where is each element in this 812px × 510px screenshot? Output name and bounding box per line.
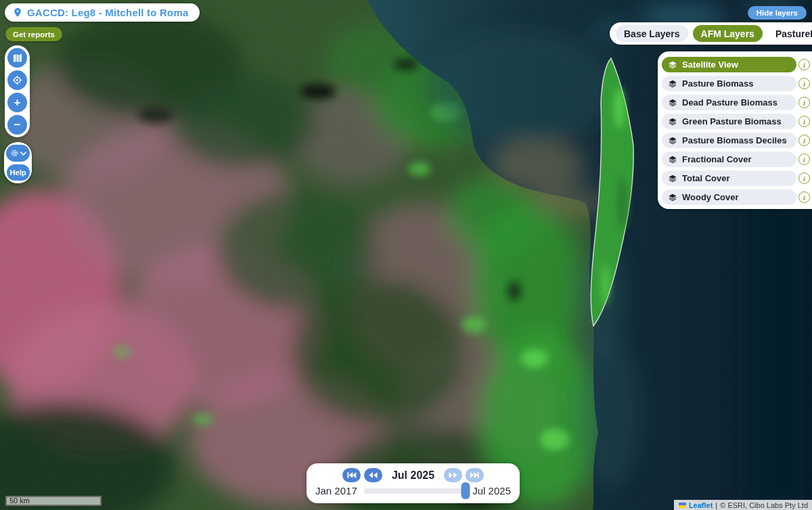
layer-label: Dead Pasture Biomass — [682, 97, 777, 108]
layers-icon — [668, 174, 677, 183]
layer-item-pasture-biomass: Pasture Biomass — [662, 76, 810, 91]
basemap-button[interactable] — [7, 48, 27, 68]
attribution-bar: Leaflet | © ESRI, Cibo Labs Pty Ltd — [674, 500, 812, 510]
settings-control-group: Help — [4, 142, 32, 183]
chevron-down-icon — [20, 152, 26, 156]
timeline-panel: Jul 2025 Jan 2017 Jul 2025 — [307, 463, 520, 503]
layer-item-pasture-biomass-deciles: Pasture Biomass Deciles — [662, 133, 810, 148]
layers-icon — [668, 79, 677, 89]
skip-to-end-button[interactable] — [466, 468, 484, 482]
info-icon[interactable] — [798, 172, 810, 184]
layer-label: Pasture Biomass — [682, 78, 754, 89]
timeline-controls: Jul 2025 — [315, 468, 511, 482]
help-button[interactable]: Help — [7, 164, 30, 181]
layer-pill[interactable]: Total Cover — [662, 170, 796, 186]
layer-item-green-pasture-biomass: Green Pasture Biomass — [662, 114, 810, 129]
locate-icon — [12, 74, 23, 86]
location-title: GACCD: Leg8 - Mitchell to Roma — [27, 7, 189, 18]
layers-list: Satellite View Pasture Biomass Dead Past… — [662, 57, 810, 205]
layer-pill[interactable]: Green Pasture Biomass — [662, 114, 796, 129]
map-control-group: + − — [5, 45, 30, 137]
layer-label: Pasture Biomass Deciles — [682, 135, 787, 145]
layers-icon — [668, 60, 677, 70]
timeline-range-start: Jan 2017 — [315, 485, 357, 496]
location-banner: GACCD: Leg8 - Mitchell to Roma — [5, 3, 200, 22]
layer-pill[interactable]: Fractional Cover — [662, 152, 796, 167]
layers-icon — [668, 193, 677, 202]
layers-icon — [668, 117, 677, 126]
timeline-slider[interactable] — [364, 482, 466, 499]
layer-item-total-cover: Total Cover — [662, 170, 810, 186]
flag-icon — [679, 503, 686, 508]
layers-panel: Satellite View Pasture Biomass Dead Past… — [658, 51, 812, 209]
info-icon[interactable] — [798, 154, 810, 165]
info-icon[interactable] — [798, 116, 810, 127]
tab-afm-layers[interactable]: AFM Layers — [693, 25, 763, 42]
layer-pill[interactable]: Woody Cover — [662, 189, 796, 205]
get-reports-button[interactable]: Get reports — [5, 27, 62, 41]
attribution-separator: | — [715, 501, 717, 509]
scale-bar: 50 km — [5, 496, 102, 506]
step-back-button[interactable] — [364, 468, 382, 482]
zoom-in-icon: + — [14, 97, 21, 108]
layer-pill[interactable]: Dead Pasture Biomass — [662, 95, 796, 110]
layer-item-woody-cover: Woody Cover — [662, 189, 810, 205]
settings-button[interactable] — [6, 145, 30, 162]
skip-to-start-icon — [346, 471, 357, 479]
layers-icon — [668, 155, 677, 164]
zoom-out-icon: − — [14, 119, 21, 131]
layer-pill[interactable]: Satellite View — [662, 57, 796, 72]
tab-pasturekey[interactable]: PastureKey — [767, 25, 812, 42]
info-icon[interactable] — [798, 191, 810, 203]
layer-label: Fractional Cover — [682, 154, 752, 164]
info-icon[interactable] — [798, 59, 810, 70]
layer-item-fractional-cover: Fractional Cover — [662, 152, 810, 167]
step-forward-icon — [448, 471, 458, 479]
skip-to-end-icon — [470, 471, 480, 479]
step-forward-button[interactable] — [444, 468, 462, 482]
layer-label: Woody Cover — [682, 192, 739, 202]
info-icon[interactable] — [798, 78, 810, 89]
timeline-slider-row: Jan 2017 Jul 2025 — [315, 482, 511, 499]
location-pin-icon — [13, 7, 22, 18]
layer-pill[interactable]: Pasture Biomass Deciles — [662, 133, 796, 148]
hide-layers-button[interactable]: Hide layers — [748, 6, 807, 20]
info-icon[interactable] — [798, 97, 810, 108]
step-back-icon — [368, 471, 378, 479]
layer-label: Green Pasture Biomass — [682, 116, 782, 126]
layer-label: Satellite View — [682, 60, 738, 70]
tab-base-layers[interactable]: Base Layers — [616, 25, 688, 42]
layer-label: Total Cover — [682, 173, 730, 183]
skip-to-start-button[interactable] — [342, 468, 361, 482]
layers-tab-bar: Base Layers AFM Layers PastureKey — [610, 22, 812, 45]
attribution-text: © ESRI, Cibo Labs Pty Ltd — [720, 501, 808, 509]
layer-item-dead-pasture-biomass: Dead Pasture Biomass — [662, 95, 810, 110]
zoom-in-button[interactable]: + — [7, 93, 27, 112]
leaflet-link[interactable]: Leaflet — [689, 501, 713, 509]
timeline-range-end: Jul 2025 — [472, 485, 511, 496]
layer-item-satellite-view: Satellite View — [662, 57, 810, 72]
layer-pill[interactable]: Pasture Biomass — [662, 76, 796, 91]
timeline-thumb[interactable] — [461, 482, 470, 499]
layers-icon — [668, 98, 677, 108]
timeline-track[interactable] — [364, 488, 466, 494]
timeline-current-date: Jul 2025 — [392, 469, 434, 482]
info-icon[interactable] — [798, 135, 810, 146]
gear-icon — [10, 149, 19, 158]
zoom-out-button[interactable]: − — [7, 115, 27, 135]
map-icon — [12, 53, 23, 64]
layers-icon — [668, 136, 677, 145]
locate-button[interactable] — [7, 70, 27, 90]
